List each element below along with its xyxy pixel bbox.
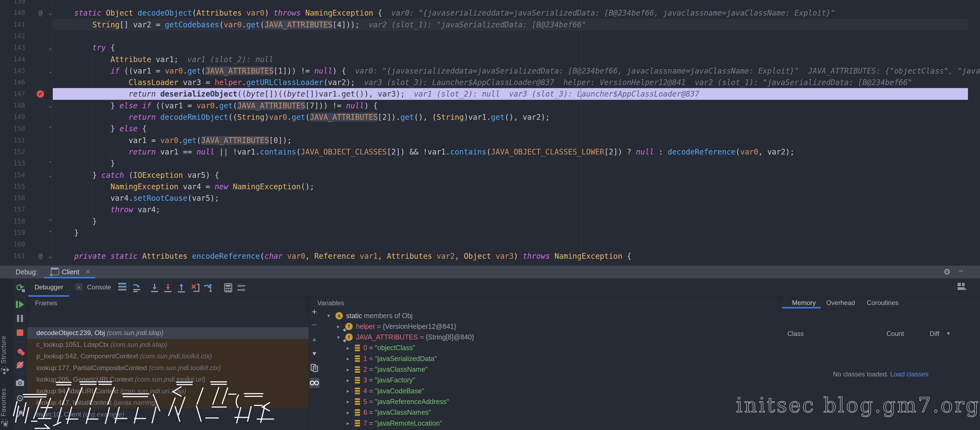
minimize-icon[interactable]: − bbox=[959, 267, 964, 276]
remove-watch-icon[interactable]: − bbox=[309, 319, 320, 330]
frame-row[interactable]: lookup:177, PartialCompositeContext (com… bbox=[27, 362, 309, 374]
frame-row[interactable]: decodeObject:239, Obj (com.sun.jndi.ldap… bbox=[27, 327, 309, 339]
field-icon: f bbox=[345, 323, 353, 330]
move-down-icon[interactable]: ▼ bbox=[309, 349, 320, 359]
stop-icon[interactable] bbox=[14, 327, 25, 338]
frame-row[interactable]: lookup:94, ldapURLContext (com.sun.jndi.… bbox=[27, 386, 309, 397]
favorites-star-icon: ★ bbox=[2, 420, 9, 429]
tab-client[interactable]: Client bbox=[62, 268, 80, 276]
frame-row[interactable]: lookup:417, InitialContext (javax.naming… bbox=[27, 397, 309, 409]
annotation-gutter-icon[interactable]: @ bbox=[37, 250, 45, 262]
sidebar-item-structure[interactable]: 7: Structure bbox=[0, 333, 12, 374]
variable-row[interactable]: ▸1 = "javaSerializedData" bbox=[347, 354, 437, 364]
annotation-gutter-icon[interactable]: @ bbox=[37, 7, 45, 19]
add-watch-icon[interactable]: + bbox=[309, 306, 320, 317]
frame-row[interactable]: lookup:205, GenericURLContext (com.sun.j… bbox=[27, 374, 309, 386]
thread-dump-camera-icon[interactable] bbox=[14, 378, 25, 388]
fold-marker-icon[interactable]: ⌄ bbox=[46, 42, 54, 54]
code-line: var1 = var0.get(JAVA_ATTRIBUTES[0]); bbox=[56, 135, 292, 146]
chevron-right-icon[interactable]: ▸ bbox=[347, 409, 355, 416]
copy-stack-icon[interactable] bbox=[309, 363, 320, 373]
fold-marker-icon[interactable]: ⌄ bbox=[46, 100, 54, 112]
view-breakpoints-icon[interactable] bbox=[14, 346, 25, 356]
resume-icon[interactable] bbox=[14, 299, 25, 309]
frame-row[interactable]: main:10, Client (org.example) bbox=[27, 409, 309, 420]
memory-empty-text: No classes loaded. bbox=[833, 370, 888, 378]
breakpoint-icon[interactable]: ✔ bbox=[37, 90, 44, 98]
tab-debugger[interactable]: Debugger bbox=[35, 283, 63, 291]
frame-row[interactable]: p_lookup:542, ComponentContext (com.sun.… bbox=[27, 351, 309, 362]
settings-gear-icon[interactable]: ⚙ bbox=[14, 393, 25, 403]
gear-icon[interactable]: ⚙ bbox=[943, 267, 951, 276]
debug-left-toolbar: ⟳⚙ bbox=[12, 278, 28, 430]
variable-row[interactable]: ▸6 = "javaClassNames" bbox=[347, 407, 431, 418]
run-to-cursor-icon[interactable] bbox=[203, 282, 214, 293]
chevron-right-icon[interactable]: ▸ bbox=[347, 420, 355, 427]
pause-icon[interactable] bbox=[14, 313, 25, 324]
line-number: 145 bbox=[0, 65, 25, 77]
mute-breakpoints-icon[interactable] bbox=[14, 360, 25, 370]
line-number: 158 bbox=[0, 216, 25, 227]
chevron-right-icon[interactable]: ▸ bbox=[347, 377, 355, 384]
show-watches-glasses-icon[interactable] bbox=[309, 378, 320, 388]
chevron-right-icon[interactable]: ▸ bbox=[347, 355, 355, 362]
variable-row[interactable]: ▸5 = "javaReferenceAddress" bbox=[347, 397, 449, 407]
frame-row[interactable]: c_lookup:1051, LdapCtx (com.sun.jndi.lda… bbox=[27, 339, 309, 351]
line-number: 150 bbox=[0, 123, 25, 135]
fold-marker-icon[interactable]: ⌃ bbox=[46, 123, 54, 135]
tab-overhead[interactable]: Overhead bbox=[826, 299, 855, 307]
ide-window: 139140@⌄141142143⌄144145⌄146147✔148⌄1491… bbox=[0, 0, 980, 430]
variable-row[interactable]: ▸3 = "javaFactory" bbox=[347, 375, 415, 386]
variable-row[interactable]: ▸2 = "javaClassName" bbox=[347, 364, 428, 375]
memory-col-count[interactable]: Count bbox=[886, 330, 904, 338]
load-classes-link[interactable]: Load classes bbox=[890, 370, 929, 378]
code-line: throw var4; bbox=[56, 204, 160, 216]
fold-marker-icon[interactable]: ⌄ bbox=[46, 250, 54, 262]
fold-marker-icon[interactable]: ⌄ bbox=[46, 7, 54, 19]
force-step-into-icon[interactable] bbox=[162, 282, 173, 293]
drop-frame-icon[interactable] bbox=[189, 282, 200, 293]
trace-settings-icon[interactable] bbox=[236, 282, 247, 293]
debugger-inline-hint: var0: "{javaserializeddata=javaSerialize… bbox=[391, 8, 835, 17]
variable-row[interactable]: ▸4 = "javaCodeBase" bbox=[347, 386, 424, 396]
memory-col-diff[interactable]: Diff bbox=[930, 330, 940, 338]
debug-label: Debug: bbox=[16, 268, 38, 276]
chevron-right-icon[interactable]: ▸ bbox=[347, 345, 355, 351]
variable-row[interactable]: ▸7 = "javaRemoteLocation" bbox=[347, 418, 442, 428]
variable-row[interactable]: ▸0 = "objectClass" bbox=[347, 343, 415, 353]
step-out-icon[interactable] bbox=[176, 282, 187, 293]
tab-memory[interactable]: Memory bbox=[792, 299, 816, 307]
rerun-icon[interactable]: ⟳ bbox=[14, 282, 25, 293]
close-icon[interactable]: ✕ bbox=[85, 268, 90, 276]
fold-marker-icon[interactable]: ⌄ bbox=[46, 65, 54, 77]
chevron-right-icon[interactable]: ▸ bbox=[347, 387, 355, 394]
line-number: 155 bbox=[0, 181, 25, 193]
code-editor[interactable]: 139140@⌄141142143⌄144145⌄146147✔148⌄1491… bbox=[0, 0, 980, 265]
chevron-down-icon[interactable]: ▾ bbox=[327, 313, 336, 319]
fold-marker-icon[interactable]: ⌃ bbox=[46, 157, 54, 169]
threads-view-icon[interactable] bbox=[118, 283, 126, 290]
code-line: return var1 == null || !var1.contains(JA… bbox=[56, 146, 794, 158]
chevron-right-icon[interactable]: ▸ bbox=[347, 398, 355, 405]
code-line: } catch (IOException var5) { bbox=[56, 169, 219, 181]
fold-marker-icon[interactable]: ⌄ bbox=[46, 169, 54, 181]
tab-coroutines[interactable]: Coroutines bbox=[867, 299, 899, 307]
fold-marker-icon[interactable]: ⌃ bbox=[46, 216, 54, 227]
variable-row[interactable]: ▾fJAVA_ATTRIBUTES = {String[8]@840} bbox=[337, 332, 474, 343]
array-element-icon bbox=[355, 387, 360, 394]
fold-marker-icon[interactable]: ⌃ bbox=[46, 227, 54, 239]
move-up-icon[interactable]: ▲ bbox=[309, 334, 320, 344]
variable-row[interactable]: ▾sstatic members of Obj bbox=[327, 311, 412, 321]
pin-icon[interactable] bbox=[14, 409, 25, 419]
array-element-icon bbox=[355, 345, 360, 351]
code-line: var4.setRootCause(var5); bbox=[56, 192, 219, 204]
show-execution-point-icon[interactable] bbox=[131, 282, 142, 293]
layout-settings-icon[interactable]: ▾ bbox=[957, 282, 966, 292]
step-over-icon[interactable] bbox=[149, 282, 160, 293]
evaluate-expression-icon[interactable] bbox=[223, 282, 234, 293]
chevron-right-icon[interactable]: ▸ bbox=[347, 366, 355, 373]
debugger-inline-hint: var2 (slot_1): "javaSerializedData: [B@2… bbox=[369, 20, 586, 29]
variable-row[interactable]: ▸fhelper = {VersionHelper12@841} bbox=[337, 321, 457, 332]
memory-col-class[interactable]: Class bbox=[788, 330, 804, 338]
tab-console[interactable]: Console bbox=[87, 283, 111, 291]
